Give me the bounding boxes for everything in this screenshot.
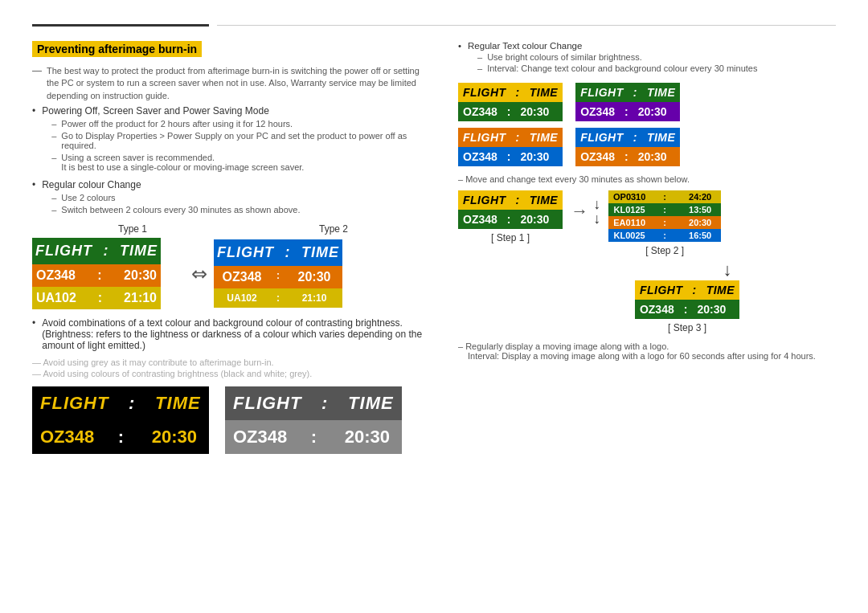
sb2-dcolon: :	[620, 102, 633, 121]
step3-header: FLIGHT : TIME	[635, 280, 739, 300]
type2-row1: OZ348 : 20:30	[214, 266, 342, 288]
type1-row1: OZ348 : 20:30	[32, 264, 161, 287]
final-bullet-text: – Regularly display a moving image along…	[458, 341, 836, 351]
grey-time: TIME	[348, 393, 394, 414]
black-board: FLIGHT : TIME OZ348 : 20:30	[32, 386, 209, 454]
step1-oz: OZ348	[458, 210, 502, 229]
t1-ua102: UA102	[32, 287, 80, 309]
sb1-colon: :	[511, 83, 525, 102]
sub-item-2-1: Use 2 colours	[51, 193, 300, 202]
sb2-data: OZ348 : 20:30	[575, 102, 680, 121]
sb3-colon: :	[511, 128, 525, 147]
sb2-header: FLIGHT : TIME	[575, 83, 680, 102]
black-colon2: :	[94, 427, 147, 447]
sb3-header: FLIGHT : TIME	[458, 128, 563, 147]
step1-2030: 20:30	[515, 210, 554, 229]
sb4-flight: FLIGHT	[575, 128, 628, 147]
rule-right	[217, 25, 836, 26]
scroll-2-code: EA0110	[612, 218, 647, 227]
bullet-1-text: Powering Off, Screen Saver and Power Sav…	[42, 105, 269, 116]
sub-item-1-3: Using a screen saver is recommended. It …	[51, 153, 434, 172]
boards-row-1: FLIGHT : TIME OZ348 : 20:30 FLIGHT :	[458, 83, 836, 121]
sub-item-1-2: Go to Display Properties > Power Supply …	[51, 131, 434, 150]
sb4-colon: :	[628, 128, 642, 147]
bottom-boards-row: FLIGHT : TIME OZ348 : 20:30 FLIGHT :	[32, 386, 434, 454]
t2-colon3: :	[270, 288, 286, 308]
step-arrow-area: → ↓ ↓	[571, 197, 600, 226]
sb3-2030: 20:30	[515, 147, 554, 166]
type2-board: FLIGHT : TIME OZ348 : 20:30 UA102 : 21:1…	[214, 239, 342, 308]
step1-flight: FLIGHT	[458, 190, 511, 210]
step3-dcolon: :	[679, 300, 693, 319]
down-arrow-step3: ↓	[723, 260, 732, 280]
t1-colon: :	[96, 238, 117, 264]
sb2-flight: FLIGHT	[575, 83, 628, 102]
grey-text-1: — Avoid using grey as it may contribute …	[32, 358, 434, 367]
grey-board-header: FLIGHT : TIME	[225, 386, 402, 420]
grey-colon2: :	[287, 427, 340, 447]
sb4-oz: OZ348	[575, 147, 620, 166]
black-oz: OZ348	[40, 427, 94, 447]
t1-oz348: OZ348	[32, 264, 80, 287]
rule-left	[32, 24, 209, 27]
grey-2030: 20:30	[341, 427, 394, 447]
right-sub-2: Interval: Change text colour and backgro…	[477, 63, 757, 73]
type1-label: Type 1	[118, 223, 147, 235]
two-column-layout: Preventing afterimage burn-in — The best…	[32, 41, 836, 454]
scroll-3-colon: :	[647, 231, 682, 240]
move-text: – Move and change text every 30 minutes …	[458, 174, 836, 184]
scroll-row-1: KL0125 : 13:50	[608, 203, 721, 216]
arrow-right-icon: →	[571, 201, 588, 222]
step3-colon: :	[687, 280, 701, 300]
sb1-oz: OZ348	[458, 102, 502, 121]
step1-time: TIME	[525, 190, 563, 210]
scroll-0-colon: :	[647, 192, 682, 202]
t1-time: TIME	[117, 238, 161, 264]
intro-dash: — The best way to protect the product fr…	[32, 65, 434, 102]
boards-row-2: FLIGHT : TIME OZ348 : 20:30 FLIGHT :	[458, 128, 836, 166]
step2-area: OP0310 : 24:20 KL0125 : 13:50 EA0110 :	[608, 190, 721, 256]
top-rules	[32, 24, 836, 27]
step1-colon: :	[511, 190, 525, 210]
t1-colon3: :	[80, 287, 120, 309]
sb1-data: OZ348 : 20:30	[458, 102, 563, 121]
sb4-data: OZ348 : 20:30	[575, 147, 680, 166]
scroll-1-colon: :	[647, 205, 682, 215]
t2-2110: 21:10	[286, 288, 342, 308]
t2-colon: :	[277, 239, 298, 266]
sub-list-1: Power off the product for 2 hours after …	[51, 119, 434, 172]
black-2030: 20:30	[148, 427, 201, 447]
sb4-header: FLIGHT : TIME	[575, 128, 680, 147]
right-bullet-1-text: Regular Text colour Change	[468, 41, 582, 51]
step3-arrow-area: ↓	[619, 260, 836, 280]
final-sub-text: Interval: Display a moving image along w…	[468, 351, 836, 361]
type1-header: FLIGHT : TIME	[32, 238, 161, 264]
sb1-flight: FLIGHT	[458, 83, 511, 102]
dash-symbol: —	[32, 65, 42, 76]
step3-oz: OZ348	[635, 300, 679, 319]
bullet-item-2: Regular colour Change Use 2 colours Swit…	[32, 179, 434, 217]
bullet-item-3: Avoid combinations of a text colour and …	[32, 317, 434, 351]
t2-2030: 20:30	[286, 266, 342, 288]
sb4-time: TIME	[642, 128, 680, 147]
t1-flight: FLIGHT	[32, 238, 96, 264]
step2-label: [ Step 2 ]	[645, 245, 684, 256]
scroll-3-time: 16:50	[682, 231, 718, 240]
grey-text-2: — Avoid using colours of contrasting bri…	[32, 369, 434, 378]
t1-colon2: :	[80, 264, 120, 287]
t2-colon2: :	[270, 266, 286, 288]
page-container: Preventing afterimage burn-in — The best…	[0, 0, 868, 470]
right-sub-1: Use bright colours of similar brightness…	[477, 52, 757, 62]
sb4-dcolon: :	[620, 147, 633, 166]
black-board-header: FLIGHT : TIME	[32, 386, 209, 420]
step1-label: [ Step 1 ]	[491, 232, 530, 243]
type-boards-container: FLIGHT : TIME OZ348 : 20:30 UA102 : 21:1…	[32, 238, 434, 309]
scroll-2-time: 20:30	[682, 218, 718, 227]
t2-oz348: OZ348	[214, 266, 270, 288]
type2-label: Type 2	[319, 223, 348, 235]
left-column: Preventing afterimage burn-in — The best…	[32, 41, 434, 454]
step1-dcolon: :	[502, 210, 516, 229]
small-board-3: FLIGHT : TIME OZ348 : 20:30	[458, 128, 563, 166]
scroll-row-0: OP0310 : 24:20	[608, 190, 721, 203]
scroll-row-3: KL0025 : 16:50	[608, 229, 721, 242]
